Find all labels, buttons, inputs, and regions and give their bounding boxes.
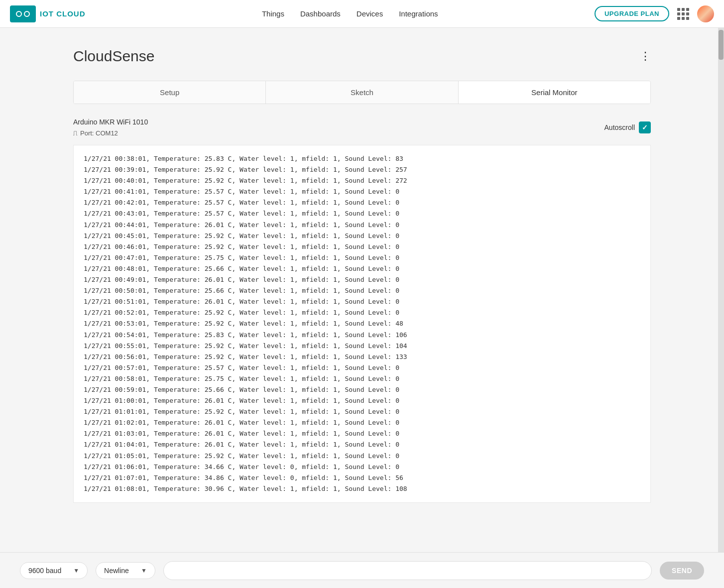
- serial-line: 1/27/21 00:45:01, Temperature: 25.92 C, …: [84, 231, 640, 241]
- serial-line: 1/27/21 00:55:01, Temperature: 25.92 C, …: [84, 341, 640, 352]
- grid-dots-icon[interactable]: [677, 8, 689, 20]
- serial-line: 1/27/21 01:08:01, Temperature: 30.96 C, …: [84, 483, 640, 494]
- dot-7: [677, 17, 680, 20]
- autoscroll-area: Autoscroll: [604, 121, 651, 133]
- logo-icon: [10, 5, 36, 22]
- baud-rate-value: 9600 baud: [28, 567, 61, 575]
- device-port: ⎍ Port: COM12: [73, 129, 148, 137]
- page-title-area: CloudSense ⋮: [73, 48, 651, 65]
- serial-line: 1/27/21 00:46:01, Temperature: 25.92 C, …: [84, 241, 640, 252]
- serial-line: 1/27/21 00:47:01, Temperature: 25.75 C, …: [84, 252, 640, 263]
- scrollbar-thumb[interactable]: [719, 30, 724, 60]
- nav-devices[interactable]: Devices: [357, 7, 383, 20]
- device-name: Arduino MKR WiFi 1010: [73, 118, 148, 126]
- header: IOT CLOUD Things Dashboards Devices Inte…: [0, 0, 724, 28]
- autoscroll-label: Autoscroll: [604, 123, 635, 131]
- serial-line: 1/27/21 01:01:01, Temperature: 25.92 C, …: [84, 406, 640, 417]
- serial-line: 1/27/21 00:43:01, Temperature: 25.57 C, …: [84, 208, 640, 219]
- newline-chevron-icon: ▼: [141, 567, 147, 574]
- serial-line: 1/27/21 01:05:01, Temperature: 25.92 C, …: [84, 451, 640, 462]
- dot-2: [682, 8, 685, 11]
- footer-bar: 9600 baud ▼ Newline ▼ SEND: [0, 552, 724, 588]
- dot-5: [682, 12, 685, 15]
- logo-circle-2: [24, 11, 30, 17]
- serial-line: 1/27/21 01:02:01, Temperature: 26.01 C, …: [84, 417, 640, 428]
- dot-1: [677, 8, 680, 11]
- tab-setup[interactable]: Setup: [74, 81, 266, 104]
- send-button[interactable]: SEND: [660, 562, 704, 580]
- newline-value: Newline: [104, 567, 129, 575]
- dot-9: [686, 17, 689, 20]
- message-input[interactable]: [163, 561, 652, 580]
- tab-serial-monitor[interactable]: Serial Monitor: [459, 81, 650, 104]
- device-info: Arduino MKR WiFi 1010 ⎍ Port: COM12 Auto…: [73, 118, 651, 137]
- serial-line: 1/27/21 00:57:01, Temperature: 25.57 C, …: [84, 362, 640, 373]
- nav-integrations[interactable]: Integrations: [399, 7, 438, 20]
- serial-line: 1/27/21 00:44:01, Temperature: 26.01 C, …: [84, 220, 640, 231]
- baud-rate-chevron-icon: ▼: [73, 567, 79, 574]
- serial-line: 1/27/21 01:06:01, Temperature: 34.66 C, …: [84, 462, 640, 472]
- serial-line: 1/27/21 00:41:01, Temperature: 25.57 C, …: [84, 186, 640, 197]
- usb-icon: ⎍: [73, 129, 77, 137]
- serial-output[interactable]: 1/27/21 00:38:01, Temperature: 25.83 C, …: [73, 145, 651, 503]
- dot-8: [682, 17, 685, 20]
- avatar[interactable]: [697, 5, 714, 22]
- dot-3: [686, 8, 689, 11]
- tab-bar: Setup Sketch Serial Monitor: [73, 81, 651, 104]
- serial-line: 1/27/21 00:59:01, Temperature: 25.66 C, …: [84, 384, 640, 395]
- serial-line: 1/27/21 00:38:01, Temperature: 25.83 C, …: [84, 153, 640, 164]
- serial-line: 1/27/21 01:04:01, Temperature: 26.01 C, …: [84, 439, 640, 450]
- serial-line: 1/27/21 00:56:01, Temperature: 25.92 C, …: [84, 352, 640, 362]
- main-content: CloudSense ⋮ Setup Sketch Serial Monitor…: [63, 28, 661, 503]
- tab-sketch[interactable]: Sketch: [266, 81, 458, 104]
- logo-circle-1: [16, 11, 22, 17]
- main-nav: Things Dashboards Devices Integrations: [106, 7, 595, 20]
- page-title: CloudSense: [73, 48, 154, 65]
- autoscroll-checkbox[interactable]: [639, 121, 651, 133]
- serial-line: 1/27/21 00:50:01, Temperature: 25.66 C, …: [84, 285, 640, 296]
- header-right: UPGRADE PLAN: [595, 5, 714, 22]
- logo-area: IOT CLOUD: [10, 5, 86, 22]
- dot-6: [686, 12, 689, 15]
- serial-line: 1/27/21 00:54:01, Temperature: 25.83 C, …: [84, 330, 640, 341]
- scrollbar[interactable]: [718, 28, 724, 552]
- newline-select[interactable]: Newline ▼: [96, 562, 155, 579]
- serial-line: 1/27/21 00:39:01, Temperature: 25.92 C, …: [84, 164, 640, 175]
- serial-line: 1/27/21 00:51:01, Temperature: 26.01 C, …: [84, 296, 640, 307]
- serial-line: 1/27/21 01:07:01, Temperature: 34.86 C, …: [84, 472, 640, 483]
- nav-dashboards[interactable]: Dashboards: [300, 7, 341, 20]
- serial-line: 1/27/21 00:48:01, Temperature: 25.66 C, …: [84, 263, 640, 274]
- dot-4: [677, 12, 680, 15]
- serial-line: 1/27/21 00:49:01, Temperature: 26.01 C, …: [84, 274, 640, 285]
- serial-line: 1/27/21 00:52:01, Temperature: 25.92 C, …: [84, 307, 640, 318]
- serial-line: 1/27/21 00:53:01, Temperature: 25.92 C, …: [84, 318, 640, 329]
- device-left: Arduino MKR WiFi 1010 ⎍ Port: COM12: [73, 118, 148, 137]
- nav-things[interactable]: Things: [262, 7, 284, 20]
- baud-rate-select[interactable]: 9600 baud ▼: [20, 562, 88, 579]
- serial-line: 1/27/21 01:00:01, Temperature: 26.01 C, …: [84, 395, 640, 406]
- serial-line: 1/27/21 00:58:01, Temperature: 25.75 C, …: [84, 373, 640, 384]
- logo-text: IOT CLOUD: [40, 9, 86, 18]
- serial-line: 1/27/21 00:42:01, Temperature: 25.57 C, …: [84, 197, 640, 208]
- more-options-icon[interactable]: ⋮: [640, 51, 651, 62]
- upgrade-plan-button[interactable]: UPGRADE PLAN: [595, 6, 669, 21]
- serial-line: 1/27/21 01:03:01, Temperature: 26.01 C, …: [84, 428, 640, 439]
- port-label: Port: COM12: [80, 129, 118, 137]
- serial-line: 1/27/21 00:40:01, Temperature: 25.92 C, …: [84, 175, 640, 186]
